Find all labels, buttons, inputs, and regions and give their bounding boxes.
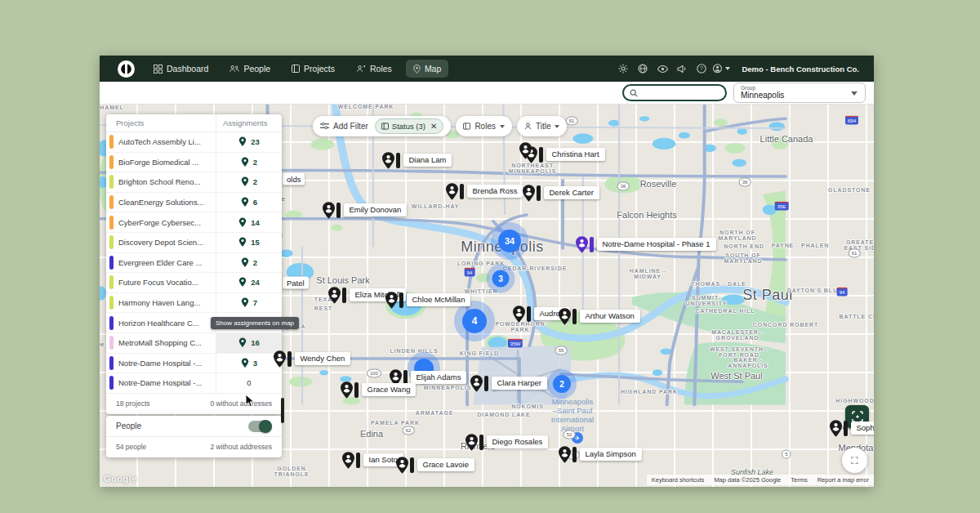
person-pin-icon — [446, 183, 458, 200]
assignment-cell[interactable]: 7 — [216, 293, 282, 313]
highway-shield-5: 5 — [782, 450, 791, 459]
eye-icon[interactable] — [653, 60, 671, 77]
desktop-background: DashboardPeopleProjectsRolesMap ? Demo -… — [0, 0, 980, 513]
marker-bar — [527, 306, 531, 322]
assignment-count: 2 — [253, 177, 257, 186]
marker-bar — [484, 376, 488, 391]
search-box[interactable] — [622, 84, 727, 101]
attribution-terms[interactable]: Terms — [791, 476, 807, 484]
project-row-autotech-assembly-li[interactable]: AutoTech Assembly Li...23 — [106, 132, 282, 153]
roles-filter[interactable]: Roles — [456, 116, 512, 136]
assignment-cell[interactable]: 2 — [216, 172, 282, 192]
person-pin-icon — [830, 420, 842, 437]
assignment-cell[interactable]: 15 — [216, 233, 282, 252]
map-cluster-4[interactable]: 4 — [462, 309, 487, 333]
map-marker-clara-harper[interactable]: Clara Harper — [470, 375, 547, 392]
project-row-cyberforge-cybersec[interactable]: CyberForge Cybersec...14 — [106, 212, 282, 233]
attribution-report-a-map-error[interactable]: Report a map error — [817, 476, 869, 484]
map-marker-wendy-chen[interactable]: Wendy Chen — [274, 350, 350, 368]
project-name: Evergreen Elder Care ... — [114, 258, 216, 267]
projects-list: AutoTech Assembly Li...23BioForge Biomed… — [106, 132, 282, 394]
marker-bar — [572, 309, 577, 324]
map-marker-derek-carter[interactable]: Derek Carter — [523, 185, 599, 202]
assignment-pin-icon — [238, 277, 247, 288]
map-canvas[interactable]: Add Filter Status (3) ✕ Roles — [100, 105, 874, 487]
map-marker-grace-lavoie[interactable]: Grace Lavoie — [396, 457, 474, 474]
map-marker-christina-hart[interactable]: Christina Hart — [525, 146, 605, 163]
project-row-harmony-haven-lang[interactable]: Harmony Haven Lang...7 — [106, 293, 282, 314]
map-marker-brenda-ross[interactable]: Brenda Ross — [446, 183, 523, 200]
map-marker-sophia[interactable]: Sophia — [830, 420, 874, 437]
assignment-pin-icon — [241, 157, 249, 167]
project-row-brighton-school-reno[interactable]: Brighton School Reno...2 — [106, 172, 282, 193]
scrollbar-thumb[interactable] — [281, 398, 284, 423]
map-marker-diego-rosales[interactable]: Diego Rosales — [466, 434, 548, 451]
person-pin-icon — [559, 308, 571, 325]
project-row-discovery-depot-scien[interactable]: Discovery Depot Scien...15 — [106, 233, 282, 253]
nav-item-people[interactable]: People — [222, 60, 278, 78]
nav-item-projects[interactable]: Projects — [284, 60, 342, 78]
map-marker-arthur-watson[interactable]: Arthur Watson — [559, 308, 640, 325]
project-row-cleanenergy-solutions[interactable]: CleanEnergy Solutions...6 — [106, 193, 282, 213]
group-selector[interactable]: Group Minneapolis — [733, 83, 866, 103]
assignment-count: 3 — [253, 359, 257, 368]
highway-shield-36: 36 — [617, 182, 630, 191]
fullscreen-button[interactable]: ⛶ — [842, 448, 867, 473]
assignment-cell[interactable]: 2 — [216, 253, 282, 273]
marker-label: Wendy Chen — [295, 352, 351, 365]
assignment-cell[interactable]: 3 — [216, 354, 282, 373]
project-name: BioForge Biomedical ... — [114, 158, 216, 167]
project-row-notre-dame-hospital[interactable]: Notre-Dame Hospital -...0 — [106, 373, 282, 394]
status-filter-chip[interactable]: Status (3) ✕ — [375, 118, 444, 134]
announcement-icon[interactable] — [673, 60, 691, 77]
person-pin-icon — [274, 350, 286, 368]
nav-item-roles[interactable]: Roles — [349, 60, 399, 78]
bench-logo[interactable] — [118, 60, 135, 78]
assignment-count: 16 — [251, 338, 260, 347]
assignment-cell[interactable]: 0 — [216, 373, 282, 393]
assignment-cell[interactable]: 16 — [216, 333, 282, 353]
map-cluster-34[interactable]: 34 — [498, 230, 521, 252]
marker-bar — [356, 453, 360, 468]
company-name: Demo - Bench Construction Co. — [742, 65, 859, 74]
marker-label: Brenda Ross — [467, 185, 523, 198]
map-cluster-3[interactable]: 3 — [492, 270, 510, 288]
map-marker-ian-soto[interactable]: Ian Soto — [342, 452, 403, 469]
map-marker-notre-dame-hospital-phase-1[interactable]: Notre-Dame Hospital - Phase 1 — [576, 236, 716, 253]
chevron-down-icon — [555, 125, 559, 128]
tooltip: Show assignments on map — [211, 317, 299, 329]
project-row-notre-dame-hospital[interactable]: Notre-Dame Hospital -...3 — [106, 354, 282, 374]
close-icon[interactable]: ✕ — [430, 122, 437, 131]
assignment-count: 0 — [247, 378, 251, 387]
projects-count: 18 projects — [116, 399, 150, 408]
map-marker-emily-donovan[interactable]: Emily Donovan — [323, 202, 407, 219]
project-row-metromall-shopping-c[interactable]: MetroMall Shopping C...16 — [106, 333, 282, 354]
nav-item-label: People — [243, 64, 270, 74]
account-icon[interactable] — [712, 60, 730, 77]
assignment-cell[interactable]: 2 — [216, 153, 282, 172]
add-filter-button[interactable]: Add Filter — [320, 122, 368, 131]
attribution-keyboard-shortcuts[interactable]: Keyboard shortcuts — [652, 476, 705, 484]
map-marker-diana-lam[interactable]: Diana Lam — [382, 152, 452, 169]
attribution-map-data-2025-google[interactable]: Map data ©2025 Google — [714, 476, 781, 484]
title-filter[interactable]: Title — [517, 116, 568, 136]
map-marker-chloe-mcmillan[interactable]: Chloe McMillan — [385, 292, 470, 309]
help-icon[interactable]: ? — [693, 60, 710, 77]
map-attribution: Keyboard shortcutsMap data ©2025 GoogleT… — [647, 475, 874, 485]
map-marker-grace-wang[interactable]: Grace Wang — [341, 381, 416, 399]
people-toggle[interactable] — [248, 421, 272, 432]
nav-item-dashboard[interactable]: Dashboard — [146, 60, 216, 78]
map-cluster-2[interactable]: 2 — [553, 375, 571, 393]
assignment-cell[interactable]: 6 — [216, 193, 282, 212]
project-row-evergreen-elder-care[interactable]: Evergreen Elder Care ...2 — [106, 253, 282, 274]
nav-item-map[interactable]: Map — [406, 60, 448, 78]
assignment-cell[interactable]: 14 — [216, 212, 282, 232]
map-marker-layla-simpson[interactable]: Layla Simpson — [559, 446, 642, 463]
settings-icon[interactable] — [614, 60, 632, 77]
assignment-cell[interactable]: 24 — [216, 273, 282, 292]
globe-icon[interactable] — [634, 60, 652, 77]
search-input[interactable] — [642, 88, 715, 97]
project-row-future-focus-vocatio[interactable]: Future Focus Vocatio...24 — [106, 273, 282, 293]
project-row-bioforge-biomedical[interactable]: BioForge Biomedical ...2 — [106, 153, 282, 173]
assignment-cell[interactable]: 23 — [216, 132, 282, 152]
